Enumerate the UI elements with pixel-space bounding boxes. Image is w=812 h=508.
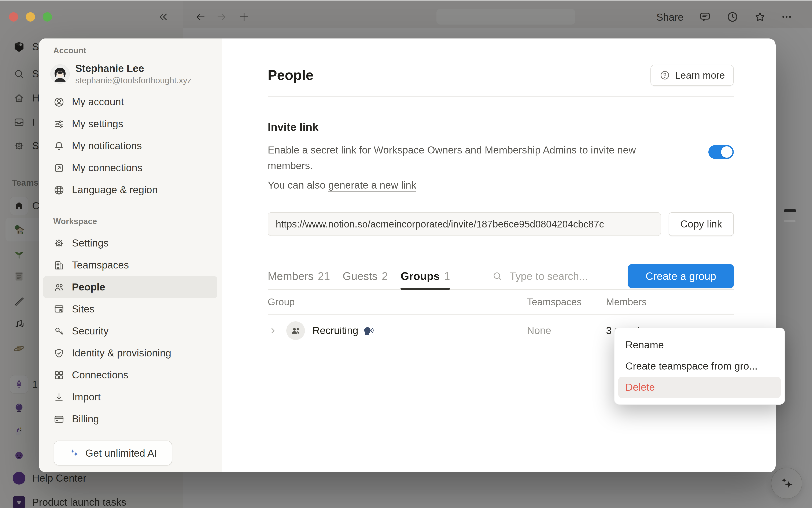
column-group: Group: [268, 296, 527, 308]
tab-members[interactable]: Members 21: [268, 263, 330, 289]
tab-groups[interactable]: Groups 1: [401, 263, 450, 289]
invite-link-description: Enable a secret link for Workspace Owner…: [268, 142, 674, 173]
globe-icon: [52, 183, 65, 196]
settings-sidebar: Account Stephanie Lee stephanie@toolsfor…: [39, 39, 221, 472]
settings-nav-teamspaces[interactable]: Teamspaces: [43, 254, 217, 276]
invite-link-heading: Invite link: [268, 121, 734, 134]
people-tabs: Members 21 Guests 2 Groups 1 Create a gr…: [268, 263, 734, 290]
speaking-head-emoji: [362, 325, 374, 336]
header-divider: [268, 96, 734, 97]
column-members: Members: [606, 296, 677, 308]
search-icon: [492, 270, 503, 282]
right-edge-light-bar: [784, 220, 796, 222]
get-unlimited-ai-button[interactable]: Get unlimited AI: [54, 440, 172, 466]
bell-icon: [52, 139, 65, 152]
group-name: Recruiting: [313, 325, 358, 337]
settings-nav-my-notifications[interactable]: My notifications: [43, 135, 217, 157]
ai-sparkles-icon: [69, 448, 80, 459]
page-title: People: [268, 67, 313, 83]
toggle-knob: [721, 146, 732, 158]
menu-item-create-teamspace-from-gro[interactable]: Create teamspace from gro...: [614, 355, 784, 377]
settings-nav-sites[interactable]: Sites: [43, 298, 217, 320]
group-context-menu: RenameCreate teamspace from gro...Delete: [614, 328, 785, 405]
active-tab-underline: [401, 288, 450, 290]
workspace-section-header: Workspace: [53, 217, 221, 226]
learn-more-button[interactable]: Learn more: [651, 65, 734, 86]
invite-url-field[interactable]: [268, 212, 661, 236]
traffic-lights: [9, 12, 52, 22]
credit-card-icon: [52, 413, 65, 425]
settings-nav-settings[interactable]: Settings: [43, 232, 217, 254]
person-circle-icon: [52, 95, 65, 108]
right-edge-dark-bar: [784, 209, 796, 212]
settings-nav-my-settings[interactable]: My settings: [43, 113, 217, 135]
settings-nav-import[interactable]: Import: [43, 386, 217, 408]
people-icon: [52, 281, 65, 293]
search-input[interactable]: [509, 269, 616, 283]
shield-check-icon: [52, 347, 65, 359]
arrow-up-right-box-icon: [52, 162, 65, 174]
generate-new-link[interactable]: generate a new link: [328, 179, 416, 191]
settings-modal: Account Stephanie Lee stephanie@toolsfor…: [39, 39, 776, 472]
groups-table-header: Group Teamspaces Members: [268, 290, 734, 314]
zoom-window-icon[interactable]: [43, 12, 52, 22]
window-top-edge: [0, 0, 812, 1]
account-name: Stephanie Lee: [75, 62, 192, 75]
question-circle-icon: [659, 70, 671, 81]
invite-also-text: You can also: [268, 179, 328, 191]
account-profile[interactable]: Stephanie Lee stephanie@toolsforthought.…: [51, 62, 221, 86]
settings-nav-language-region[interactable]: Language & region: [43, 179, 217, 201]
building-icon: [52, 259, 65, 271]
download-icon: [52, 391, 65, 404]
screen: S S H I S Teams C 1: [0, 0, 812, 508]
avatar: [51, 65, 69, 83]
settings-nav-people[interactable]: People: [43, 276, 217, 298]
key-icon: [52, 325, 65, 337]
menu-item-rename[interactable]: Rename: [614, 334, 784, 355]
grid-icon: [52, 369, 65, 381]
minimize-window-icon[interactable]: [26, 12, 35, 22]
settings-nav-my-account[interactable]: My account: [43, 91, 217, 113]
settings-nav-billing[interactable]: Billing: [43, 408, 217, 430]
gear-icon: [52, 237, 65, 249]
account-email: stephanie@toolsforthought.xyz: [75, 75, 192, 86]
menu-item-delete[interactable]: Delete: [618, 377, 781, 398]
close-window-icon[interactable]: [9, 12, 18, 22]
sliders-icon: [52, 118, 65, 130]
invite-link-toggle[interactable]: [708, 145, 734, 159]
settings-nav-connections[interactable]: Connections: [43, 364, 217, 386]
group-teamspaces: None: [527, 325, 606, 337]
copy-link-button[interactable]: Copy link: [668, 212, 734, 236]
create-group-button[interactable]: Create a group: [628, 264, 734, 288]
tab-guests[interactable]: Guests 2: [343, 263, 388, 289]
expand-chevron-icon[interactable]: [268, 326, 286, 336]
settings-nav-my-connections[interactable]: My connections: [43, 157, 217, 179]
settings-nav-identity-provisioning[interactable]: Identity & provisioning: [43, 342, 217, 364]
group-avatar-icon: [286, 321, 305, 340]
settings-nav-security[interactable]: Security: [43, 320, 217, 342]
settings-main-panel: People Learn more Invite link Enable a s…: [221, 39, 776, 472]
column-teamspaces: Teamspaces: [527, 296, 606, 308]
account-section-header: Account: [53, 46, 221, 55]
browser-cursor-icon: [52, 303, 65, 315]
